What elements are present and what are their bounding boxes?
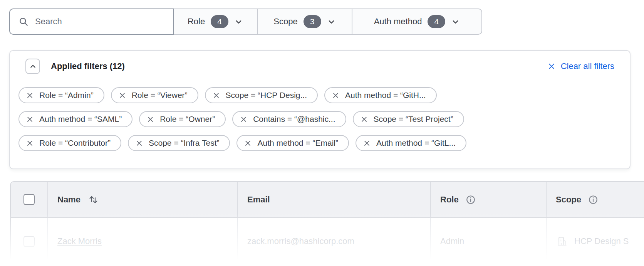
- member-scope: HCP Design S: [574, 236, 629, 246]
- chip-label: Auth method = “GitH...: [345, 91, 426, 100]
- chip-label: Role = “Owner”: [160, 114, 215, 124]
- filter-chip: Role = “Admin”: [18, 87, 104, 103]
- chip-label: Contains = “@hashic...: [253, 114, 335, 124]
- chip-row: Role = “Admin” Role = “Viewer” Scope = “…: [18, 87, 630, 103]
- name-column-header: Name: [47, 182, 237, 217]
- member-role: Admin: [440, 236, 464, 246]
- scope-filter-button[interactable]: Scope 3: [257, 9, 352, 34]
- info-icon[interactable]: [588, 195, 598, 205]
- scope-column-header: Scope: [546, 182, 644, 217]
- info-icon[interactable]: [466, 195, 476, 205]
- filter-toolbar: Role 4 Scope 3 Auth method 4: [9, 8, 482, 35]
- search-input[interactable]: [35, 17, 164, 27]
- role-filter-button[interactable]: Role 4: [174, 9, 257, 34]
- chip-dismiss-icon[interactable]: [240, 116, 247, 123]
- auth-method-filter-button[interactable]: Auth method 4: [352, 9, 481, 34]
- chevron-up-icon: [29, 62, 37, 71]
- chip-row: Role = “Contributor” Scope = “Infra Test…: [18, 135, 630, 151]
- chevron-down-icon: [234, 17, 243, 26]
- organization-building-icon: [556, 235, 568, 247]
- auth-method-filter-count-badge: 4: [428, 15, 445, 28]
- applied-filters-panel: Applied filters (12) Clear all filters R…: [9, 50, 631, 169]
- chip-dismiss-icon[interactable]: [147, 116, 154, 123]
- search-field[interactable]: [9, 8, 174, 35]
- chip-dismiss-icon[interactable]: [136, 140, 143, 147]
- auth-method-filter-label: Auth method: [374, 17, 422, 27]
- clear-all-filters-button[interactable]: Clear all filters: [548, 61, 614, 71]
- chip-dismiss-icon[interactable]: [244, 140, 252, 147]
- filter-chip: Auth method = “Email”: [236, 135, 349, 151]
- chip-dismiss-icon[interactable]: [213, 92, 220, 99]
- chip-label: Role = “Contributor”: [39, 138, 111, 148]
- filter-chips-area: Role = “Admin” Role = “Viewer” Scope = “…: [10, 74, 630, 151]
- filter-chip: Contains = “@hashic...: [232, 111, 346, 127]
- chevron-down-icon: [327, 17, 336, 26]
- role-header-label: Role: [440, 195, 459, 205]
- scope-filter-count-badge: 3: [304, 15, 321, 28]
- role-filter-label: Role: [188, 17, 205, 27]
- select-all-checkbox[interactable]: [23, 194, 35, 205]
- filter-chip: Scope = “HCP Desig...: [205, 87, 318, 103]
- applied-filters-title: Applied filters (12): [51, 61, 125, 71]
- chip-label: Scope = “HCP Desig...: [226, 91, 307, 100]
- chip-label: Auth method = “SAML”: [39, 114, 122, 124]
- chip-label: Scope = “Infra Test”: [149, 138, 219, 148]
- filter-chip: Role = “Viewer”: [111, 87, 198, 103]
- clear-all-filters-label: Clear all filters: [561, 61, 614, 71]
- filter-chip: Role = “Owner”: [139, 111, 226, 127]
- email-header-label: Email: [247, 195, 270, 205]
- row-checkbox[interactable]: [23, 236, 35, 247]
- filter-chip: Auth method = “GitH...: [324, 87, 437, 103]
- filter-chip: Auth method = “SAML”: [18, 111, 132, 127]
- header-checkbox-cell: [11, 182, 47, 217]
- chip-dismiss-icon[interactable]: [26, 92, 34, 99]
- chip-label: Auth method = “GitL...: [376, 138, 456, 148]
- members-table: Name Email Role Scope: [10, 181, 644, 265]
- chip-dismiss-icon[interactable]: [26, 140, 34, 147]
- filter-button-group: Role 4 Scope 3 Auth method 4: [174, 8, 482, 35]
- scope-cell: HCP Design S: [546, 218, 644, 265]
- search-icon: [18, 17, 29, 27]
- email-cell: zack.morris@hashicorp.com: [237, 218, 430, 265]
- chip-label: Auth method = “Email”: [257, 138, 338, 148]
- chip-dismiss-icon[interactable]: [363, 140, 371, 147]
- filter-chip: Scope = “Test Project”: [353, 111, 464, 127]
- member-name-link[interactable]: Zack Morris: [57, 236, 102, 246]
- scope-header-label: Scope: [556, 195, 581, 205]
- filter-chip: Scope = “Infra Test”: [128, 135, 230, 151]
- chevron-down-icon: [451, 17, 460, 26]
- sort-arrows-icon[interactable]: [87, 194, 99, 205]
- table-row: Zack Morris zack.morris@hashicorp.com Ad…: [11, 218, 644, 265]
- role-cell: Admin: [430, 218, 546, 265]
- row-checkbox-cell: [11, 218, 47, 265]
- table-header-row: Name Email Role Scope: [11, 182, 644, 218]
- applied-filters-header: Applied filters (12) Clear all filters: [10, 51, 630, 74]
- chip-dismiss-icon[interactable]: [332, 92, 339, 99]
- member-email: zack.morris@hashicorp.com: [247, 236, 354, 246]
- filter-chip: Role = “Contributor”: [18, 135, 121, 151]
- chip-label: Role = “Viewer”: [132, 91, 188, 100]
- chip-label: Scope = “Test Project”: [374, 114, 453, 124]
- chip-dismiss-icon[interactable]: [26, 116, 34, 123]
- role-filter-count-badge: 4: [211, 15, 228, 28]
- chip-row: Auth method = “SAML” Role = “Owner” Cont…: [18, 111, 630, 127]
- collapse-filters-button[interactable]: [25, 59, 40, 74]
- scope-filter-label: Scope: [273, 17, 297, 27]
- name-header-label: Name: [57, 195, 80, 205]
- chip-label: Role = “Admin”: [39, 91, 94, 100]
- close-icon: [548, 62, 555, 70]
- filter-chip: Auth method = “GitL...: [356, 135, 466, 151]
- name-cell: Zack Morris: [47, 218, 237, 265]
- email-column-header: Email: [237, 182, 430, 217]
- role-column-header: Role: [430, 182, 546, 217]
- chip-dismiss-icon[interactable]: [361, 116, 368, 123]
- chip-dismiss-icon[interactable]: [119, 92, 126, 99]
